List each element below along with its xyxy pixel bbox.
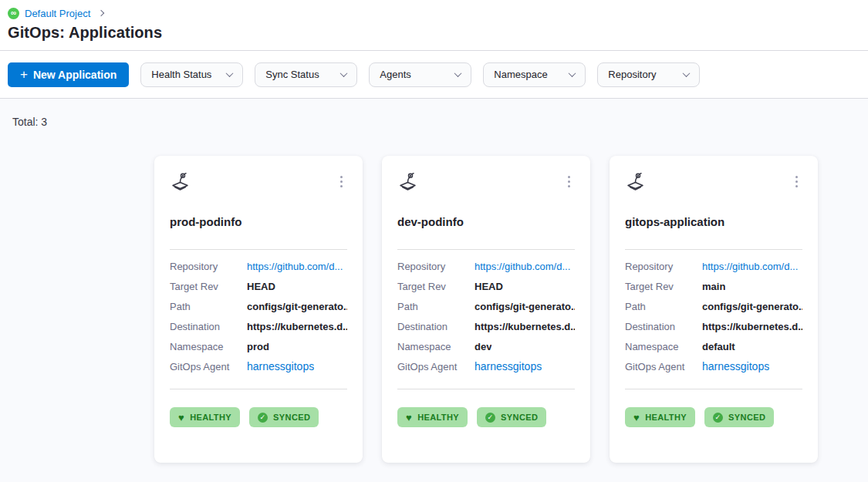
field-row-path: Path configs/git-generato... — [397, 296, 575, 316]
field-label: Path — [170, 301, 247, 312]
card-menu-button[interactable] — [336, 173, 347, 190]
application-name: prod-podinfo — [170, 215, 347, 228]
field-row-gitops-agent: GitOps Agent harnessgitops — [625, 356, 802, 376]
field-label: Namespace — [397, 341, 475, 352]
content-area: Total: 3 prod-podi — [0, 99, 868, 482]
repository-link[interactable]: https://github.com/d... — [702, 261, 798, 272]
field-value: prod — [247, 341, 269, 352]
check-circle-icon: ✓ — [713, 413, 723, 423]
field-label: Repository — [625, 261, 702, 272]
field-row-destination: Destination https://kubernetes.d... — [625, 316, 802, 336]
divider — [170, 249, 347, 250]
chevron-down-icon — [226, 69, 234, 77]
filter-label: Agents — [380, 69, 410, 80]
field-value: HEAD — [247, 281, 275, 292]
field-value: configs/git-generato... — [702, 301, 802, 312]
field-label: Target Rev — [170, 281, 247, 292]
new-application-button[interactable]: + New Application — [8, 62, 129, 87]
filter-sync-status[interactable]: Sync Status — [255, 62, 357, 87]
chevron-down-icon — [340, 69, 348, 77]
field-row-gitops-agent: GitOps Agent harnessgitops — [397, 356, 575, 376]
field-value: HEAD — [475, 281, 503, 292]
field-value: https://kubernetes.d... — [247, 321, 347, 332]
application-name: dev-podinfo — [397, 215, 575, 228]
field-label: GitOps Agent — [170, 361, 247, 372]
application-icon — [397, 171, 418, 192]
heart-icon: ♥ — [406, 413, 412, 423]
filter-namespace[interactable]: Namespace — [483, 62, 586, 87]
field-value: default — [702, 341, 735, 352]
field-label: Path — [397, 301, 475, 312]
card-menu-button[interactable] — [791, 173, 802, 190]
field-label: Destination — [397, 321, 475, 332]
field-label: Target Rev — [397, 281, 475, 292]
field-row-gitops-agent: GitOps Agent harnessgitops — [170, 356, 347, 376]
synced-badge: ✓ SYNCED — [477, 407, 546, 427]
field-row-namespace: Namespace prod — [170, 336, 347, 356]
filter-label: Health Status — [151, 69, 211, 80]
filter-label: Repository — [608, 69, 656, 80]
chevron-down-icon — [454, 69, 462, 77]
field-label: Namespace — [170, 341, 247, 352]
synced-badge: ✓ SYNCED — [704, 407, 774, 427]
filter-health-status[interactable]: Health Status — [140, 62, 243, 87]
application-card-gitops-application[interactable]: gitops-application Repository https://gi… — [610, 156, 818, 463]
total-count: Total: 3 — [12, 116, 868, 128]
application-card-dev-podinfo[interactable]: dev-podinfo Repository https://github.co… — [382, 156, 590, 463]
check-circle-icon: ✓ — [485, 413, 495, 423]
healthy-badge: ♥ HEALTHY — [625, 407, 695, 427]
field-row-repository: Repository https://github.com/d... — [170, 256, 347, 276]
check-circle-icon: ✓ — [258, 413, 268, 423]
breadcrumb-project-link[interactable]: Default Project — [25, 8, 90, 19]
divider — [397, 249, 575, 250]
gitops-agent-link[interactable]: harnessgitops — [702, 360, 769, 372]
field-value: configs/git-generato... — [247, 301, 347, 312]
filter-label: Sync Status — [265, 69, 319, 80]
chevron-right-icon — [98, 10, 104, 16]
application-icon — [625, 171, 646, 192]
field-value: main — [702, 281, 725, 292]
application-card-prod-podinfo[interactable]: prod-podinfo Repository https://github.c… — [154, 156, 363, 463]
field-row-namespace: Namespace dev — [397, 336, 575, 356]
healthy-badge: ♥ HEALTHY — [170, 407, 240, 427]
field-label: Destination — [170, 321, 247, 332]
field-row-repository: Repository https://github.com/d... — [397, 256, 575, 276]
repository-link[interactable]: https://github.com/d... — [247, 261, 343, 272]
gitops-project-icon: ∞ — [8, 8, 19, 19]
field-row-repository: Repository https://github.com/d... — [625, 256, 802, 276]
plus-icon: + — [20, 68, 28, 81]
field-label: Namespace — [625, 341, 702, 352]
field-row-target-rev: Target Rev HEAD — [397, 276, 575, 296]
field-label: Destination — [625, 321, 702, 332]
field-row-target-rev: Target Rev HEAD — [170, 276, 347, 296]
field-row-namespace: Namespace default — [625, 336, 802, 356]
field-value: dev — [475, 341, 491, 352]
toolbar: + New Application Health Status Sync Sta… — [0, 51, 868, 99]
filter-label: Namespace — [494, 69, 547, 80]
field-row-target-rev: Target Rev main — [625, 276, 802, 296]
heart-icon: ♥ — [178, 413, 184, 423]
divider — [625, 389, 802, 389]
field-value: https://kubernetes.d... — [475, 321, 575, 332]
filter-repository[interactable]: Repository — [597, 62, 700, 87]
divider — [170, 389, 347, 389]
field-label: Repository — [170, 261, 247, 272]
gitops-agent-link[interactable]: harnessgitops — [475, 360, 542, 372]
field-label: GitOps Agent — [397, 361, 475, 372]
synced-badge: ✓ SYNCED — [249, 407, 319, 427]
chevron-down-icon — [569, 69, 576, 77]
field-label: GitOps Agent — [625, 361, 702, 372]
application-name: gitops-application — [625, 215, 802, 228]
field-label: Repository — [397, 261, 475, 272]
field-row-destination: Destination https://kubernetes.d... — [397, 316, 575, 336]
healthy-badge: ♥ HEALTHY — [397, 407, 468, 427]
filter-agents[interactable]: Agents — [369, 62, 471, 87]
breadcrumb: ∞ Default Project — [8, 6, 860, 20]
chevron-down-icon — [683, 69, 691, 77]
repository-link[interactable]: https://github.com/d... — [475, 261, 570, 272]
card-menu-button[interactable] — [563, 173, 575, 190]
gitops-agent-link[interactable]: harnessgitops — [247, 360, 314, 372]
applications-grid: prod-podinfo Repository https://github.c… — [154, 156, 868, 463]
page-title: GitOps: Applications — [8, 24, 860, 42]
new-application-label: New Application — [33, 69, 117, 81]
